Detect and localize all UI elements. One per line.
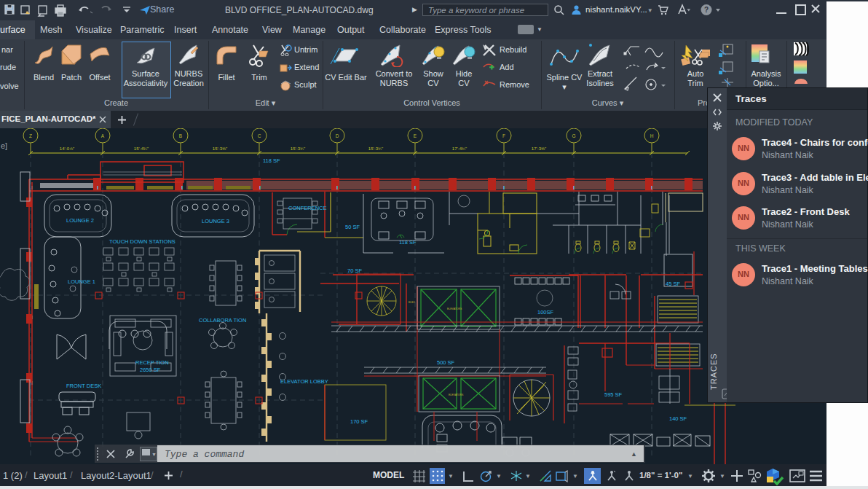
svg-text:I: I — [181, 184, 183, 191]
svg-text:LOUNGE 3: LOUNGE 3 — [202, 218, 229, 224]
svg-text:50 SF: 50 SF — [345, 224, 360, 230]
svg-text:500 SF: 500 SF — [437, 359, 455, 366]
svg-text:A: A — [101, 133, 105, 138]
svg-text:ELEVATORS: ELEVATORS — [447, 308, 462, 310]
svg-text:I: I — [651, 184, 652, 191]
svg-text:I: I — [336, 184, 338, 191]
svg-text:?: ? — [704, 6, 709, 14]
svg-text:I: I — [259, 184, 261, 191]
svg-text:14'-0⅞": 14'-0⅞" — [60, 146, 74, 151]
svg-text:RECEP TION: RECEP TION — [135, 359, 169, 366]
svg-text:ELEVATOR LOBBY: ELEVATOR LOBBY — [280, 378, 328, 385]
svg-text:CONFERENCE: CONFERENCE — [288, 205, 327, 211]
svg-text:I: I — [97, 184, 98, 191]
svg-text:I: I — [503, 184, 505, 191]
svg-text:100SF: 100SF — [537, 309, 554, 316]
svg-text:15'-3¾": 15'-3¾" — [291, 146, 305, 151]
svg-text:LOUNGE 2: LOUNGE 2 — [66, 217, 94, 224]
svg-text:70 SF: 70 SF — [347, 267, 362, 274]
svg-text:140 SF: 140 SF — [669, 415, 687, 422]
svg-text:17'-3⅜": 17'-3⅜" — [532, 146, 546, 151]
svg-text:F: F — [502, 133, 505, 138]
svg-text:ELEVATORS: ELEVATORS — [449, 394, 464, 396]
svg-text:G: G — [572, 133, 575, 138]
svg-text:15'-3¾": 15'-3¾" — [368, 146, 383, 151]
svg-text:170 SF: 170 SF — [350, 418, 368, 425]
svg-text:2650 SF: 2650 SF — [140, 367, 161, 373]
svg-text:TOUCH DOWN STATIONS: TOUCH DOWN STATIONS — [109, 238, 175, 245]
svg-text:I: I — [573, 184, 575, 191]
svg-text:17'-4¾": 17'-4¾" — [452, 146, 467, 151]
svg-text:Z: Z — [29, 133, 32, 138]
svg-text:118 SF: 118 SF — [399, 239, 417, 246]
svg-text:H: H — [650, 133, 654, 138]
svg-text:FRONT DESK: FRONT DESK — [66, 383, 101, 389]
svg-text:118 SF: 118 SF — [263, 157, 280, 164]
svg-text:ELEC: ELEC — [409, 301, 416, 304]
svg-text:LOUNGE 1: LOUNGE 1 — [68, 278, 95, 285]
svg-text:D: D — [336, 133, 339, 138]
svg-text:B: B — [179, 133, 182, 138]
svg-text:E: E — [414, 133, 417, 138]
svg-text:15'-3⅜": 15'-3⅜" — [213, 146, 227, 151]
svg-text:595 SF: 595 SF — [604, 391, 623, 398]
svg-text:I: I — [414, 184, 416, 191]
svg-text:45 SF: 45 SF — [666, 281, 680, 287]
svg-text:C: C — [258, 133, 261, 138]
svg-text:15'-4¼": 15'-4¼" — [134, 146, 149, 151]
